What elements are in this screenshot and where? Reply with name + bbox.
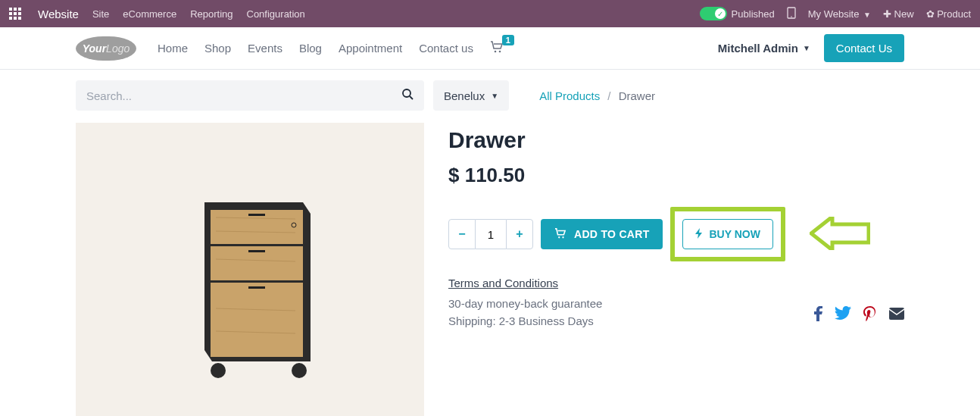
breadcrumb: All Products / Drawer [539,89,655,102]
svg-point-20 [292,363,307,378]
svg-rect-17 [248,286,265,289]
annotation-highlight: BUY NOW [670,207,785,261]
add-to-cart-button[interactable]: ADD TO CART [541,219,663,249]
svg-point-22 [562,236,563,238]
mobile-preview-icon[interactable] [787,7,796,21]
qty-input[interactable] [476,219,506,249]
pinterest-icon[interactable] [863,306,877,325]
twitter-icon[interactable] [835,306,851,325]
admin-menu-configuration[interactable]: Configuration [247,8,305,20]
svg-point-19 [211,363,226,378]
nav-contact-us[interactable]: Contact us [419,42,473,55]
cart-link[interactable]: 1 [490,41,504,55]
chevron-down-icon: ▼ [491,92,498,100]
svg-point-3 [499,51,501,53]
admin-menu-reporting[interactable]: Reporting [190,8,233,20]
my-website-dropdown[interactable]: My Website ▼ [808,8,871,20]
facebook-icon[interactable] [813,306,822,325]
qty-decrease-button[interactable]: − [448,219,476,249]
publish-label: Published [732,8,775,20]
nav-blog[interactable]: Blog [299,42,322,55]
nav-events[interactable]: Events [248,42,282,55]
product-price: $ 110.50 [448,164,904,187]
svg-rect-16 [248,250,265,252]
nav-shop[interactable]: Shop [204,42,231,55]
cart-badge: 1 [502,35,514,45]
search-box[interactable] [76,80,424,111]
gear-icon: ✿ [926,8,935,20]
svg-line-5 [410,96,413,99]
drawer-illustration [159,172,341,399]
search-input[interactable] [86,89,401,102]
quantity-stepper: − + [448,219,533,249]
product-title: Drawer [448,127,904,153]
admin-top-bar: Website Site eCommerce Reporting Configu… [0,0,980,27]
svg-rect-9 [211,283,303,357]
admin-menu-site[interactable]: Site [92,8,109,20]
svg-point-2 [495,51,497,53]
publish-toggle[interactable]: ✓ Published [700,7,775,20]
admin-product-button[interactable]: ✿ Product [926,8,971,20]
svg-point-4 [403,89,410,97]
chevron-down-icon: ▼ [803,44,810,52]
buy-now-button[interactable]: BUY NOW [682,219,772,249]
qty-increase-button[interactable]: + [506,219,533,249]
admin-menu-ecommerce[interactable]: eCommerce [123,8,176,20]
breadcrumb-root[interactable]: All Products [539,89,600,102]
cart-icon [554,228,566,241]
nav-appointment[interactable]: Appointment [339,42,402,55]
email-icon[interactable] [889,306,904,325]
bolt-icon [695,228,703,241]
new-button[interactable]: ✚ New [883,8,914,20]
svg-point-1 [791,16,792,17]
nav-home[interactable]: Home [158,42,188,55]
search-icon[interactable] [401,88,414,103]
svg-point-21 [558,236,560,238]
terms-link[interactable]: Terms and Conditions [448,277,558,289]
region-select[interactable]: Benelux ▼ [433,80,509,111]
main-nav: YourLogo Home Shop Events Blog Appointme… [0,27,980,70]
user-menu[interactable]: Mitchell Admin ▼ [718,42,810,55]
cart-icon [490,42,504,55]
svg-rect-23 [889,308,904,320]
check-icon: ✓ [715,8,726,19]
product-image [76,123,424,416]
apps-icon[interactable] [9,8,21,20]
logo[interactable]: YourLogo [76,36,136,61]
plus-icon: ✚ [883,8,891,20]
svg-rect-15 [248,214,265,216]
contact-us-button[interactable]: Contact Us [824,34,904,62]
breadcrumb-current: Drawer [619,89,655,102]
annotation-arrow-icon [810,217,870,252]
admin-app-name[interactable]: Website [38,8,79,20]
